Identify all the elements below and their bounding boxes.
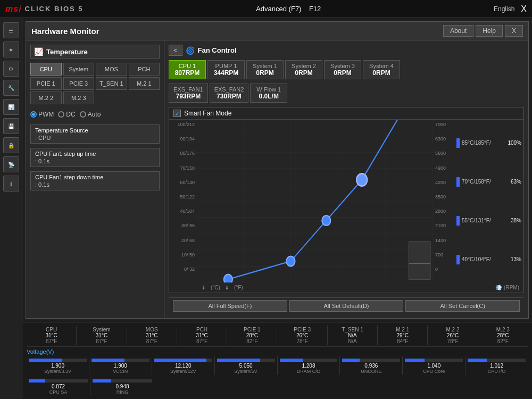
temp-point-70-bar <box>456 177 460 187</box>
chart-label-right-5: 3500 <box>435 194 454 200</box>
voltage-bar-dram <box>280 359 338 362</box>
sidebar-icon-fav[interactable]: ★ <box>3 41 19 57</box>
temp-btn-m23[interactable]: M.2 3 <box>63 92 95 104</box>
voltage-bar-uncore <box>342 359 400 362</box>
chart-point-2 <box>286 256 295 267</box>
sidebar-icon-network[interactable]: 📡 <box>3 156 19 172</box>
chart-label-left-1: 90/194 <box>169 136 195 142</box>
sidebar-icon-tools[interactable]: 🔧 <box>3 80 19 96</box>
chart-svg-area[interactable] <box>196 120 433 282</box>
help-button[interactable]: Help <box>476 25 503 37</box>
sidebar-icon-info[interactable]: ℹ <box>3 176 19 192</box>
fan-mode-radio-group: PWM DC Auto <box>30 109 160 120</box>
temp-point-85: 85°C/185°F/ 100% <box>456 138 521 148</box>
voltage-dram: 1.208 DRAM C/D <box>278 356 340 375</box>
fan-sys2-label: System 2 <box>290 63 318 69</box>
step-down-value: : 0.1s <box>35 181 155 188</box>
chart-label-right-8: 1400 <box>435 238 454 243</box>
temp-btn-m21[interactable]: M.2 1 <box>129 77 160 90</box>
fan-exs1-value: 793RPM <box>173 93 203 100</box>
fan-pump1[interactable]: PUMP 1 344RPM <box>207 60 245 79</box>
hw-monitor-header: Hardware Monitor About Help X <box>26 22 528 40</box>
temp-buttons-grid: CPU System MOS PCH PCIE 1 PCIE 3 T_SEN 1… <box>30 63 160 104</box>
temp-btn-cpu[interactable]: CPU <box>30 63 62 76</box>
full-speed-button[interactable]: All Full Speed(F) <box>173 300 287 312</box>
voltage-system12v: 12.120 System/12V <box>152 356 215 375</box>
voltage-label: Voltage(V) <box>27 347 528 355</box>
chart-label-right-3: 4900 <box>435 165 454 171</box>
voltage-bar-system12v <box>154 359 212 362</box>
f12-label[interactable]: F12 <box>309 5 321 13</box>
temp-btn-pcie1[interactable]: PCIE 1 <box>30 77 62 90</box>
hw-monitor-title: Hardware Monitor <box>31 27 99 36</box>
voltage-bar-vccin <box>92 359 149 362</box>
hw-header-buttons: About Help X <box>443 25 523 37</box>
temp-btn-mos[interactable]: MOS <box>96 63 127 76</box>
sidebar-icon-monitor[interactable]: 📊 <box>3 99 19 115</box>
fan-sys3-label: System 3 <box>329 63 356 69</box>
fan-nav-prev[interactable]: < <box>169 45 182 56</box>
fan-wflow1[interactable]: W Flow 1 0.0L/M <box>250 84 287 103</box>
chart-label-left-9: 10/ 50 <box>169 252 195 257</box>
radio-pwm-label: PWM <box>38 111 54 118</box>
monitor-voltage-row2: 0.872 CPU SA 0.948 RING <box>27 376 528 397</box>
temp-point-85-label: 85°C/185°F/ <box>462 140 505 146</box>
fan-sys2[interactable]: System 2 0RPM <box>285 60 322 79</box>
step-down-label: CPU Fan1 step down time <box>35 174 155 180</box>
center-panel: Hardware Monitor About Help X 📈 Temperat… <box>22 18 532 399</box>
fan-sys1[interactable]: System 1 0RPM <box>246 60 284 79</box>
fan-cpu1[interactable]: CPU 1 807RPM <box>169 60 206 79</box>
cancel-button[interactable]: All Set Cancel(C) <box>405 300 520 312</box>
fan-wflow1-label: W Flow 1 <box>255 86 282 93</box>
chart-label-left-0: 100/212 <box>169 122 195 127</box>
set-default-button[interactable]: All Set Default(D) <box>289 300 404 312</box>
temp-btn-m22[interactable]: M.2 2 <box>30 92 62 104</box>
radio-dc[interactable]: DC <box>58 111 75 118</box>
sidebar-icon-menu[interactable]: ☰ <box>3 22 19 38</box>
temp-btn-pch[interactable]: PCH <box>129 63 160 76</box>
monitor-temp-pcie1: PCIE 1 28°C 82°F <box>227 326 277 345</box>
sidebar-icon-save[interactable]: 💾 <box>3 118 19 134</box>
chart-label-right-1: 6300 <box>435 136 454 142</box>
voltage-bar-fill-cpu-core <box>405 359 425 362</box>
temp-point-40: 40°C/104°F/ 13% <box>456 255 521 264</box>
chart-label-right-10: 0 <box>435 267 454 272</box>
step-up-value: : 0.1s <box>35 158 155 164</box>
fan-exs1[interactable]: EXS_FAN1 793RPM <box>169 84 208 103</box>
top-bar-close[interactable]: X <box>521 4 527 14</box>
about-button[interactable]: About <box>443 25 473 37</box>
fan-cpu1-value: 807RPM <box>173 69 201 77</box>
smart-fan-checkbox[interactable]: ✓ <box>173 110 181 117</box>
fan-sys4[interactable]: System 4 0RPM <box>363 60 400 79</box>
radio-auto[interactable]: Auto <box>80 111 101 118</box>
fan-exs2[interactable]: EXS_FAN2 730RPM <box>210 84 249 103</box>
temp-btn-tsen1[interactable]: T_SEN 1 <box>96 77 127 90</box>
temp-point-85-pct: 100% <box>508 140 521 146</box>
monitor-temp-pcie3: PCIE 3 26°C 78°F <box>277 326 327 345</box>
fan-pump1-value: 344RPM <box>212 69 240 77</box>
hw-close-button[interactable]: X <box>505 25 523 37</box>
temp-btn-system[interactable]: System <box>63 63 95 76</box>
voltage-system5v: 5.050 System/5V <box>215 356 278 375</box>
fan-cpu1-label: CPU 1 <box>173 63 201 69</box>
temp-source-value: : CPU <box>35 135 155 141</box>
temp-btn-pcie3[interactable]: PCIE 3 <box>63 77 95 90</box>
voltage-bar-cpu-sa <box>29 379 88 383</box>
voltage-bar-fill-system5v <box>217 359 261 362</box>
chart-legend-right: 💨 (RPM) <box>495 285 519 290</box>
language-selector[interactable]: English <box>494 5 514 13</box>
monitor-temp-m22: M.2 2 26°C 78°F <box>428 326 478 345</box>
fan-legend-label: (RPM) <box>504 285 519 290</box>
voltage-bar-fill-system12v <box>154 359 206 362</box>
sidebar-icon-settings[interactable]: ⚙ <box>3 61 19 77</box>
temp-point-55-label: 55°C/131°F/ <box>462 218 509 223</box>
fan-sys3[interactable]: System 3 0RPM <box>324 60 361 79</box>
fan-sys1-value: 0RPM <box>251 69 279 77</box>
chart-point-3 <box>322 215 330 226</box>
voltage-bar-fill-cpu-io <box>468 359 487 362</box>
voltage-vccin: 1.900 VCCIN <box>89 356 152 375</box>
temp-point-70: 70°C/158°F/ 63% <box>456 177 521 187</box>
fan-legend-icon: 💨 <box>495 285 502 290</box>
radio-pwm[interactable]: PWM <box>30 111 54 118</box>
sidebar-icon-lock[interactable]: 🔒 <box>3 137 19 153</box>
